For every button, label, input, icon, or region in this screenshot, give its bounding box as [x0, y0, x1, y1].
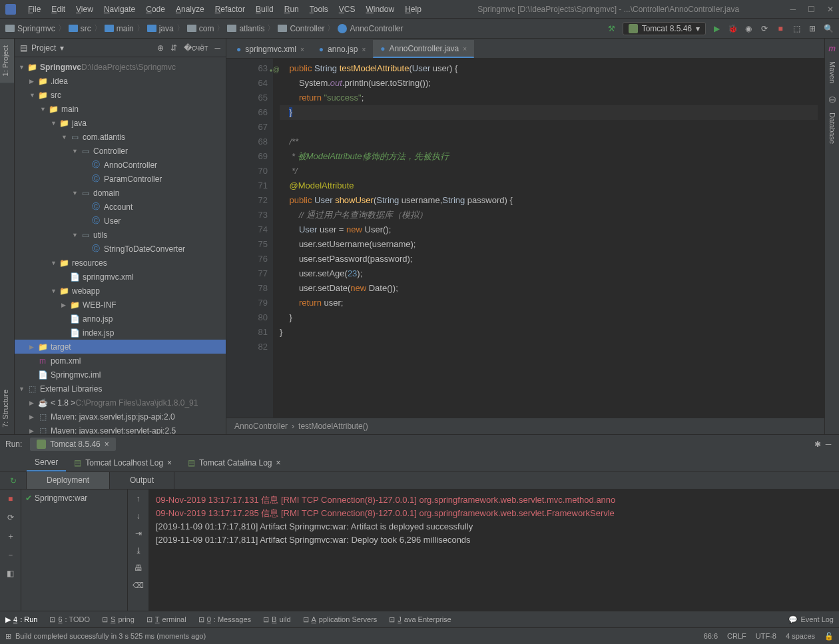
cursor-position[interactable]: 66:6 — [704, 632, 718, 641]
encoding[interactable]: UTF-8 — [756, 632, 776, 641]
tree-item[interactable]: ▶⬚Maven: javax.servlet.jsp:jsp-api:2.0 — [15, 410, 226, 424]
server-tab[interactable]: ▤ Tomcat Localhost Log × — [66, 455, 180, 471]
tree-item[interactable]: ▼▭utils — [15, 228, 226, 242]
editor-content[interactable]: 63⬥@646566676869707172737475767778798081… — [226, 59, 824, 418]
print-icon[interactable]: 🖶 — [133, 563, 144, 573]
crumb-java[interactable]: java — [147, 24, 174, 33]
run-config-tab[interactable]: Tomcat 8.5.46 × — [30, 438, 115, 451]
menu-build[interactable]: Build — [250, 5, 279, 14]
tree-item[interactable]: ▼📁java — [15, 116, 226, 130]
menu-navigate[interactable]: Navigate — [99, 5, 140, 14]
crumb-annocontroller[interactable]: AnnoController — [338, 24, 403, 33]
debug-button[interactable]: 🐞 — [727, 23, 738, 34]
menu-help[interactable]: Help — [400, 5, 427, 14]
crumb-main[interactable]: main — [105, 24, 134, 33]
tree-item[interactable]: ⒸAnnoController — [15, 158, 226, 172]
tree-item[interactable]: ⒸUser — [15, 214, 226, 228]
menu-view[interactable]: View — [71, 5, 99, 14]
artifacts-list[interactable]: ✔ Springmvc:war — [21, 489, 128, 611]
wrap-icon[interactable]: ⇥ — [133, 528, 144, 539]
bottom-tool-build[interactable]: ⊡ Build — [263, 615, 290, 624]
collapse-icon[interactable]: ⇵ — [170, 43, 177, 53]
maven-tool-tab[interactable]: Maven — [827, 56, 838, 89]
menu-file[interactable]: File — [23, 5, 46, 14]
search-icon[interactable]: 🔍 — [823, 23, 834, 34]
code-area[interactable]: public String testModelAttribute(User us… — [273, 59, 824, 418]
bottom-tool-spring[interactable]: ⊡ Spring — [102, 615, 135, 624]
tree-item[interactable]: ▶⬚Maven: javax.servlet:servlet-api:2.5 — [15, 424, 226, 434]
tree-item[interactable]: ▼⬚External Libraries — [15, 382, 226, 396]
tree-item[interactable]: ▶📁.idea — [15, 74, 226, 88]
update-button[interactable]: ⬚ — [791, 23, 802, 34]
crumb-src[interactable]: src — [69, 24, 91, 33]
bottom-tool-applicationservers[interactable]: ⊡ Application Servers — [303, 615, 378, 624]
minus-icon[interactable]: － — [5, 549, 16, 560]
tree-item[interactable]: ▼📁main — [15, 102, 226, 116]
stop-button[interactable]: ■ — [775, 23, 786, 34]
close-icon[interactable]: × — [300, 46, 304, 53]
bottom-tool-todo[interactable]: ⊡ 6: TODO — [49, 615, 90, 624]
tree-item[interactable]: ▼📁webapp — [15, 284, 226, 298]
gear-icon[interactable]: �счёт — [184, 43, 208, 53]
tree-item[interactable]: ▼📁Springmvc D:\IdeaProjects\Springmvc — [15, 60, 226, 74]
line-separator[interactable]: CRLF — [727, 632, 746, 641]
hide-icon[interactable]: ─ — [214, 43, 220, 53]
down-icon[interactable]: ↓ — [133, 511, 144, 521]
editor-tab[interactable]: ●anno.jsp× — [312, 41, 373, 58]
tree-item[interactable]: ⒸStringToDateConverter — [15, 242, 226, 256]
menu-run[interactable]: Run — [279, 5, 304, 14]
hide-icon[interactable]: ─ — [823, 439, 834, 450]
close-icon[interactable]: × — [105, 440, 109, 449]
profile-button[interactable]: ⟳ — [759, 23, 770, 34]
tree-item[interactable]: ▶☕< 1.8 > C:\Program Files\Java\jdk1.8.0… — [15, 396, 226, 410]
clear-icon[interactable]: ⌫ — [133, 580, 144, 591]
lock-icon[interactable]: 🔓 — [824, 632, 834, 641]
tree-item[interactable]: ▶📁WEB-INF — [15, 298, 226, 312]
console-output[interactable]: 09-Nov-2019 13:17:17.131 信息 [RMI TCP Con… — [149, 489, 839, 611]
locate-icon[interactable]: ⊕ — [157, 43, 164, 53]
event-log-button[interactable]: 💬 Event Log — [788, 615, 834, 624]
tree-item[interactable]: 📄anno.jsp — [15, 312, 226, 326]
crumb-com[interactable]: com — [187, 24, 214, 33]
bottom-tool-messages[interactable]: ⊡ 0: Messages — [198, 615, 251, 624]
tree-item[interactable]: ⒸParamController — [15, 172, 226, 186]
menu-tools[interactable]: Tools — [304, 5, 334, 14]
tree-item[interactable]: 📄Springmvc.iml — [15, 368, 226, 382]
run-config-selector[interactable]: Tomcat 8.5.46 ▾ — [623, 22, 706, 35]
maximize-button[interactable]: ☐ — [808, 5, 815, 14]
tree-item[interactable]: ⒸAccount — [15, 200, 226, 214]
menu-window[interactable]: Window — [360, 5, 400, 14]
artifact-icon[interactable]: ◧ — [5, 568, 16, 579]
redeploy-icon[interactable]: ⟳ — [5, 512, 16, 523]
plus-icon[interactable]: ＋ — [5, 531, 16, 541]
project-tree[interactable]: ▼📁Springmvc D:\IdeaProjects\Springmvc▶📁.… — [15, 57, 226, 434]
gear-icon[interactable]: ✱ — [812, 439, 823, 450]
menu-edit[interactable]: Edit — [46, 5, 71, 14]
close-icon[interactable]: × — [463, 45, 467, 53]
tree-item[interactable]: ▼▭Controller — [15, 144, 226, 158]
indent[interactable]: 4 spaces — [786, 632, 815, 641]
tree-item[interactable]: ▶📁target — [15, 340, 226, 354]
up-icon[interactable]: ↑ — [133, 493, 144, 504]
scroll-icon[interactable]: ⤓ — [133, 545, 144, 556]
chevron-down-icon[interactable]: ▾ — [60, 43, 64, 53]
menu-analyze[interactable]: Analyze — [170, 5, 210, 14]
database-tool-tab[interactable]: Database — [827, 107, 838, 149]
tree-item[interactable]: 📄index.jsp — [15, 326, 226, 340]
bottom-tool-javaenterprise[interactable]: ⊡ Java Enterprise — [389, 615, 451, 624]
deployment-tab[interactable]: Deployment — [27, 472, 110, 489]
tree-item[interactable]: mpom.xml — [15, 354, 226, 368]
tree-item[interactable]: 📄springmvc.xml — [15, 270, 226, 284]
crumb-controller[interactable]: Controller — [278, 24, 324, 33]
server-tab[interactable]: ▤ Tomcat Catalina Log × — [180, 455, 288, 471]
editor-tab[interactable]: ●springmvc.xml× — [229, 41, 312, 58]
stop-icon[interactable]: ■ — [5, 493, 16, 504]
structure-tool-tab[interactable]: 7: Structure — [0, 383, 14, 434]
coverage-button[interactable]: ◉ — [743, 23, 754, 34]
tree-item[interactable]: ▼📁src — [15, 88, 226, 102]
menu-refactor[interactable]: Refactor — [210, 5, 250, 14]
run-button[interactable]: ▶ — [711, 23, 722, 34]
minimize-button[interactable]: ─ — [790, 5, 796, 14]
build-icon[interactable]: ⚒ — [607, 23, 617, 34]
editor-tab[interactable]: ●AnnoController.java× — [373, 40, 474, 58]
